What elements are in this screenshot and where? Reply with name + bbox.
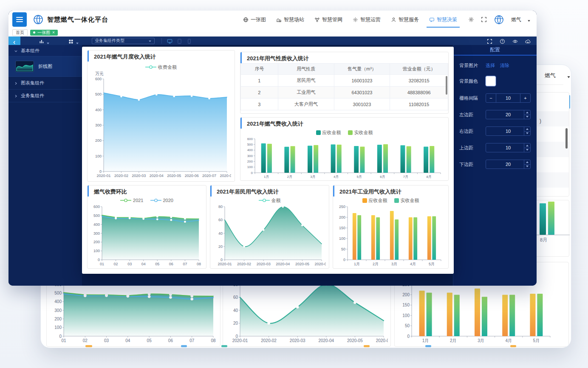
config-row-margin-right: 右边距 10 xyxy=(459,126,531,136)
nav-item-one-map[interactable]: 一张图 xyxy=(243,11,266,28)
bg-org-switcher[interactable]: 燃气 xyxy=(545,72,571,79)
sidebar-item-line-chart[interactable]: 折线图 xyxy=(8,56,82,77)
bg-table-scrollbar[interactable] xyxy=(565,128,568,149)
collapse-sidebar-button[interactable] xyxy=(8,37,20,45)
config-panel: 配置 背景图片 选择 清除 背景颜色 栅格间隔 xyxy=(453,45,537,286)
sidebar-section-business[interactable]: 业务集组件 xyxy=(8,90,82,102)
legend-item[interactable]: 2021 xyxy=(120,198,143,203)
spin-up[interactable] xyxy=(524,127,530,132)
chart-title: 2021年燃气费收入统计 xyxy=(240,118,448,129)
nav-item-decision[interactable]: 智慧决策 xyxy=(429,11,457,28)
spin-down[interactable] xyxy=(524,148,530,152)
legend-item[interactable]: 金额 xyxy=(259,197,281,204)
margin-left-input[interactable]: 20 xyxy=(486,110,531,119)
legend-line-marker xyxy=(259,198,270,202)
screenshot-stage: 燃气 ) 8月 燃气收费环比 20212020 0100200300400500… xyxy=(0,0,588,368)
grid-icon xyxy=(68,38,74,43)
spin-up[interactable] xyxy=(524,110,530,115)
chevron-down-icon xyxy=(14,49,18,53)
hamburger-menu-button[interactable] xyxy=(12,12,27,27)
chart-legend: 应收金额实收金额 xyxy=(333,197,448,204)
spin-down[interactable] xyxy=(524,132,530,136)
legend-item[interactable]: 实收金额 xyxy=(394,197,419,204)
spin-up[interactable] xyxy=(524,143,530,148)
svg-text:07: 07 xyxy=(189,338,195,343)
select-image-link[interactable]: 选择 xyxy=(486,62,495,69)
gear-icon xyxy=(353,17,358,22)
legend-fragment xyxy=(221,345,227,347)
table-scrollbar[interactable] xyxy=(446,76,447,95)
bg-color-swatch[interactable] xyxy=(486,76,496,86)
legend-line-marker xyxy=(150,198,161,202)
chart-type-menu[interactable] xyxy=(39,38,50,43)
legend-item[interactable]: 2020 xyxy=(150,198,173,203)
svg-text:5月: 5月 xyxy=(429,262,435,266)
margin-bottom-input[interactable]: 20 xyxy=(486,160,531,169)
svg-text:50: 50 xyxy=(341,247,345,251)
legend-item[interactable]: 实收金额 xyxy=(348,129,373,136)
chart-legend: 应收金额实收金额 xyxy=(240,129,448,136)
svg-text:400: 400 xyxy=(95,108,102,112)
svg-text:2020-02: 2020-02 xyxy=(237,262,251,266)
legend-item[interactable]: 收费金额 xyxy=(145,64,177,70)
grid-gap-value[interactable]: 10 xyxy=(496,94,520,102)
primary-nav: 一张图 智慧场站 智慧管网 智慧运营 智慧服务 xyxy=(243,11,457,28)
decrement-button[interactable]: − xyxy=(486,94,496,102)
line-chart-thumbnail xyxy=(15,61,34,72)
fullscreen-icon[interactable] xyxy=(481,17,487,22)
component-sidebar: 基本组件 折线图 图表集组件 xyxy=(8,45,82,286)
margin-top-input[interactable]: 10 xyxy=(486,143,531,152)
margin-bottom-value: 20 xyxy=(506,162,511,167)
save-cloud-icon[interactable] xyxy=(525,38,531,44)
desktop-icon[interactable] xyxy=(167,38,172,44)
globe-icon xyxy=(243,17,249,22)
help-icon[interactable] xyxy=(500,38,505,44)
fullscreen-icon[interactable] xyxy=(487,38,492,44)
sidebar-section-basic[interactable]: 基本组件 xyxy=(8,45,82,56)
nav-item-operations[interactable]: 智慧运营 xyxy=(353,11,381,28)
chevron-down-icon[interactable] xyxy=(567,74,571,78)
nav-item-stations[interactable]: 智慧场站 xyxy=(276,11,304,28)
close-icon[interactable]: × xyxy=(52,30,55,35)
clear-image-link[interactable]: 清除 xyxy=(500,62,509,69)
legend-item[interactable]: 应收金额 xyxy=(316,129,341,136)
config-label: 上边距 xyxy=(459,145,486,151)
chart-title: 2021年居民用气收入统计 xyxy=(210,185,329,197)
tab-one-map-active[interactable]: 一张图 × xyxy=(30,30,58,36)
legend-fragment xyxy=(85,345,92,347)
tablet-icon[interactable] xyxy=(177,38,182,44)
table-card-nature: 2021年用气性质收入统计 序号用气性质售气量（m³）营业金额（元）1居民用气1… xyxy=(240,52,449,114)
nav-item-services[interactable]: 智慧服务 xyxy=(391,11,419,28)
svg-text:500: 500 xyxy=(247,143,253,146)
svg-text:3月: 3月 xyxy=(310,175,315,179)
legend-fragment xyxy=(364,345,370,347)
device-preview-switch xyxy=(161,38,192,44)
table-row: 1居民用气1600102332082015 xyxy=(241,75,448,87)
area-chart: 01002003004005006002020-012020-022020-03… xyxy=(88,76,235,180)
phone-icon[interactable] xyxy=(187,38,192,44)
spin-down[interactable] xyxy=(524,115,530,119)
component-type-select[interactable]: 业务集组件类型 xyxy=(92,38,155,44)
svg-text:150: 150 xyxy=(339,226,345,230)
station-icon xyxy=(276,17,282,22)
svg-text:2020-05: 2020-05 xyxy=(295,262,309,266)
chevron-down-icon xyxy=(76,39,79,42)
spin-down[interactable] xyxy=(524,165,530,169)
margin-right-value: 10 xyxy=(506,129,511,134)
svg-text:0: 0 xyxy=(251,171,253,175)
legend-swatch xyxy=(394,198,399,203)
sidebar-section-chartsets[interactable]: 图表集组件 xyxy=(8,77,82,90)
tab-home[interactable]: 首页 xyxy=(12,29,28,36)
margin-right-input[interactable]: 10 xyxy=(486,126,531,136)
nav-item-pipeline[interactable]: 智慧管网 xyxy=(314,11,342,28)
org-switcher[interactable]: 燃气 xyxy=(511,16,531,23)
layout-grid-menu[interactable] xyxy=(68,38,79,43)
increment-button[interactable]: + xyxy=(520,94,530,102)
settings-gear-icon[interactable] xyxy=(468,17,474,22)
svg-text:0: 0 xyxy=(59,334,62,339)
spin-up[interactable] xyxy=(524,160,530,165)
legend-item[interactable]: 应收金额 xyxy=(362,197,387,204)
config-row-margin-top: 上边距 10 xyxy=(459,143,531,152)
preview-eye-icon[interactable] xyxy=(512,38,518,44)
config-label: 栅格间隔 xyxy=(459,95,486,101)
